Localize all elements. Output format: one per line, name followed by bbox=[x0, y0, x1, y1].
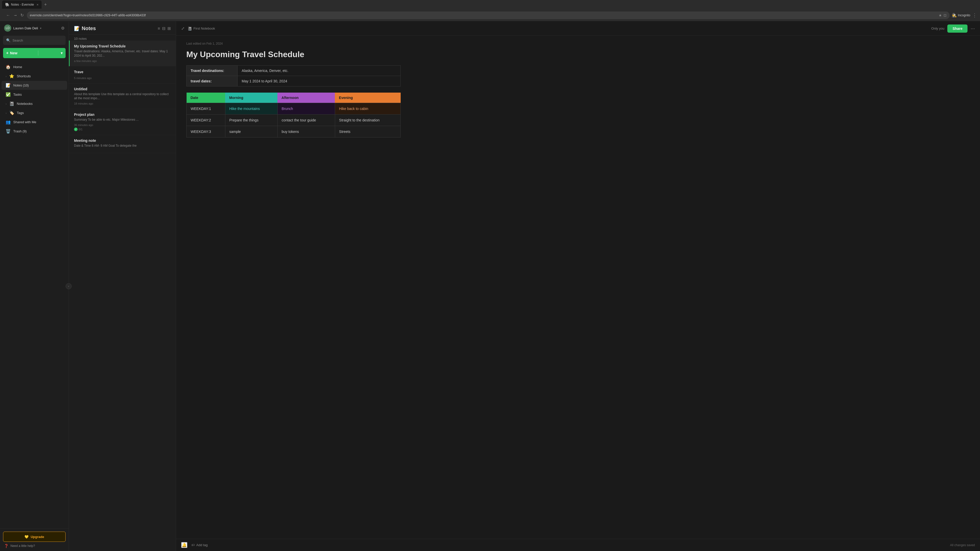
forward-button[interactable]: → bbox=[12, 12, 18, 19]
note-preview-meeting: Date & Time 8 AM- 9 AM Goal To delegate … bbox=[74, 144, 171, 148]
notebooks-icon: 📓 bbox=[9, 101, 14, 106]
schedule-date-1: WEEKDAY:2 bbox=[186, 114, 225, 126]
note-task-badge: 0/1 bbox=[74, 127, 171, 131]
sidebar-item-label-trash: Trash (9) bbox=[13, 129, 27, 133]
info-table: Travel destinations: Alaska, America, De… bbox=[186, 65, 401, 86]
settings-button[interactable]: ⚙ bbox=[61, 26, 65, 30]
sidebar: LD Lauren Dale Deli ▾ ⚙ 🔍 Search + New ▾… bbox=[0, 21, 69, 551]
sidebar-item-label-shared: Shared with Me bbox=[13, 120, 36, 124]
grid-view-button[interactable]: ⊞ bbox=[167, 26, 171, 31]
plus-icon: + bbox=[6, 51, 8, 56]
bell-button[interactable]: 🔔 bbox=[181, 542, 187, 548]
task-check-icon bbox=[74, 127, 78, 131]
note-item-project[interactable]: Project plan Summary To be able to etc. … bbox=[69, 109, 176, 135]
trash-icon: 🗑️ bbox=[6, 129, 11, 134]
sidebar-item-notes[interactable]: 📝 Notes (10) bbox=[2, 81, 67, 90]
schedule-afternoon-2: buy tokens bbox=[277, 126, 335, 138]
note-item-travel[interactable]: My Upcoming Travel Schedule Travel desti… bbox=[69, 41, 176, 66]
notes-icon: 📝 bbox=[6, 83, 11, 88]
notebook-name: First Notebook bbox=[193, 27, 215, 30]
notes-count: 10 notes bbox=[69, 35, 176, 41]
schedule-row-0: WEEKDAY:1 Hike the mountains Brunch Hike… bbox=[186, 103, 401, 114]
tags-icon: 🏷️ bbox=[9, 110, 14, 115]
tab-close-btn[interactable]: ✕ bbox=[37, 3, 38, 6]
browser-more-button[interactable]: ⋮ bbox=[972, 13, 977, 18]
note-title-meeting: Meeting note bbox=[74, 138, 171, 143]
new-button[interactable]: + New ▾ bbox=[3, 48, 65, 58]
schedule-evening-0: Hike back to cabin bbox=[335, 103, 401, 114]
new-button-left: + New bbox=[6, 51, 18, 56]
note-item-trave[interactable]: Trave 5 minutes ago bbox=[69, 66, 176, 83]
table-cell-value-0: Alaska, America, Denver, etc. bbox=[238, 65, 401, 76]
user-name: Lauren Dale Deli bbox=[13, 26, 38, 30]
filter-button[interactable]: ⊟ bbox=[162, 26, 165, 31]
note-content-title[interactable]: My Upcoming Travel Schedule bbox=[186, 49, 970, 59]
user-profile[interactable]: LD Lauren Dale Deli ▾ bbox=[4, 24, 41, 32]
schedule-date-2: WEEKDAY:3 bbox=[186, 126, 225, 138]
sidebar-item-label-notebooks: Notebooks bbox=[17, 102, 33, 106]
nav-items: 🏠 Home › ⭐ Shortcuts 📝 Notes (10) ✅ Task… bbox=[0, 61, 68, 528]
notebooks-expand-icon: › bbox=[6, 102, 6, 105]
sidebar-item-tasks[interactable]: ✅ Tasks bbox=[2, 90, 67, 99]
col-header-evening: Evening bbox=[335, 93, 401, 103]
note-time-trave: 5 minutes ago bbox=[74, 76, 171, 79]
more-options-button[interactable]: ··· bbox=[970, 25, 975, 32]
refresh-button[interactable]: ↻ bbox=[19, 12, 25, 19]
sort-button[interactable]: ≡ bbox=[158, 26, 160, 31]
schedule-evening-2: Streets bbox=[335, 126, 401, 138]
schedule-row-1: WEEKDAY:2 Prepare the things contact the… bbox=[186, 114, 401, 126]
share-button[interactable]: Share bbox=[947, 24, 967, 33]
add-tag-button[interactable]: 🏷 Add tag bbox=[191, 543, 208, 547]
note-preview-travel: Travel destinations: Alaska, America, De… bbox=[74, 49, 171, 58]
extension-icon[interactable]: ⊡ bbox=[943, 13, 947, 17]
tab-bar: 🐘 Notes - Evernote ✕ + bbox=[0, 0, 980, 9]
back-button[interactable]: ← bbox=[5, 12, 11, 19]
schedule-morning-2: sample bbox=[225, 126, 277, 138]
table-row: travel dates: May 1 2024 to April 30, 20… bbox=[186, 76, 401, 86]
sidebar-item-home[interactable]: 🏠 Home bbox=[2, 62, 67, 71]
home-icon: 🏠 bbox=[6, 65, 11, 69]
address-bar[interactable]: evernote.com/client/web?login=true#/note… bbox=[27, 11, 950, 19]
shared-icon: 👥 bbox=[6, 120, 11, 124]
schedule-afternoon-1: contact the tour guide bbox=[277, 114, 335, 126]
bookmark-icon[interactable]: ★ bbox=[939, 13, 942, 17]
expand-icon[interactable]: ⤢ bbox=[181, 26, 185, 31]
help-icon: ❓ bbox=[4, 544, 8, 548]
content-topbar: ⤢ 📓 First Notebook Only you Share ··· bbox=[176, 21, 980, 36]
schedule-date-0: WEEKDAY:1 bbox=[186, 103, 225, 114]
help-row[interactable]: ❓ Need a little help? bbox=[3, 542, 65, 548]
sidebar-item-trash[interactable]: 🗑️ Trash (9) bbox=[2, 127, 67, 136]
notes-panel-icon: 📝 bbox=[74, 26, 80, 32]
sidebar-item-shortcuts[interactable]: › ⭐ Shortcuts bbox=[2, 72, 67, 81]
note-item-meeting[interactable]: Meeting note Date & Time 8 AM- 9 AM Goal… bbox=[69, 135, 176, 153]
sidebar-item-tags[interactable]: › 🏷️ Tags bbox=[2, 108, 67, 118]
schedule-afternoon-0: Brunch bbox=[277, 103, 335, 114]
schedule-table: Date Morning Afternoon Evening WEEKDAY:1… bbox=[186, 93, 401, 138]
add-tag-label: Add tag bbox=[196, 543, 208, 547]
notebook-link[interactable]: 📓 First Notebook bbox=[188, 27, 215, 30]
note-title-trave: Trave bbox=[74, 70, 171, 74]
note-preview-untitled: About this template Use this template as… bbox=[74, 92, 171, 101]
notes-title-row: 📝 Notes bbox=[74, 25, 96, 32]
upgrade-label: Upgrade bbox=[30, 535, 44, 539]
new-button-divider bbox=[38, 51, 38, 56]
notes-panel-title: Notes bbox=[82, 25, 96, 32]
sidebar-item-shared[interactable]: 👥 Shared with Me bbox=[2, 118, 67, 127]
new-button-label: New bbox=[10, 51, 18, 55]
schedule-evening-1: Straight to the destination bbox=[335, 114, 401, 126]
new-tab-button[interactable]: + bbox=[42, 1, 49, 8]
notes-actions: ≡ ⊟ ⊞ bbox=[158, 26, 171, 31]
active-tab[interactable]: 🐘 Notes - Evernote ✕ bbox=[2, 0, 41, 9]
tag-icon: 🏷 bbox=[191, 543, 195, 547]
note-item-untitled[interactable]: Untitled About this template Use this te… bbox=[69, 83, 176, 109]
collapse-sidebar-button[interactable]: ‹ bbox=[65, 283, 72, 289]
task-count-label: 0/1 bbox=[79, 128, 83, 131]
note-title-travel: My Upcoming Travel Schedule bbox=[74, 44, 171, 48]
tags-expand-icon: › bbox=[6, 111, 6, 114]
search-bar[interactable]: 🔍 Search bbox=[3, 36, 65, 45]
schedule-row-2: WEEKDAY:3 sample buy tokens Streets bbox=[186, 126, 401, 138]
upgrade-button[interactable]: 💛 Upgrade bbox=[3, 532, 65, 542]
sidebar-item-notebooks[interactable]: › 📓 Notebooks bbox=[2, 99, 67, 108]
sidebar-footer: 💛 Upgrade ❓ Need a little help? bbox=[0, 528, 68, 551]
sidebar-item-label-notes: Notes (10) bbox=[13, 83, 29, 87]
